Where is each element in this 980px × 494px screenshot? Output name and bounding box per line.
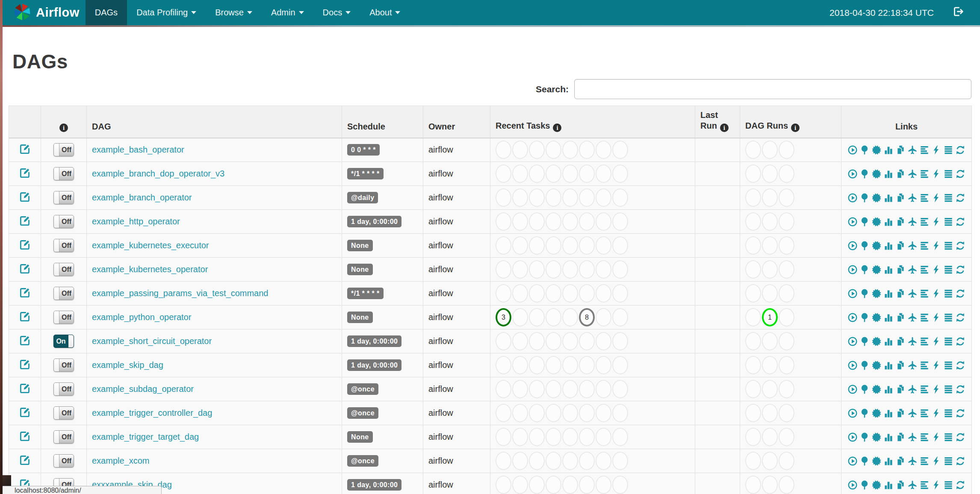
dag-run-state-circle[interactable]	[745, 236, 761, 255]
task-state-circle[interactable]	[529, 380, 545, 398]
dag-pause-toggle[interactable]: On	[53, 335, 74, 348]
dag-name-link[interactable]: example_bash_operator	[92, 145, 184, 154]
schedule-badge[interactable]: 1 day, 0:00:00	[347, 479, 401, 491]
duration-icon[interactable]	[883, 480, 894, 490]
task-state-circle[interactable]	[562, 260, 578, 279]
details-icon[interactable]	[943, 408, 953, 418]
task-state-circle[interactable]	[562, 428, 578, 446]
logout-button[interactable]	[953, 6, 964, 19]
refresh-icon[interactable]	[955, 265, 965, 275]
task-state-circle[interactable]	[612, 188, 628, 207]
tree-icon[interactable]	[859, 336, 870, 347]
edit-dag-button[interactable]	[19, 167, 31, 181]
play-circle-icon[interactable]	[847, 169, 858, 179]
tree-icon[interactable]	[859, 432, 870, 442]
play-circle-icon[interactable]	[847, 432, 858, 442]
refresh-icon[interactable]	[955, 384, 965, 394]
task-state-circle[interactable]	[596, 212, 611, 231]
tree-icon[interactable]	[859, 360, 870, 370]
bolt-icon[interactable]	[931, 360, 942, 370]
task-state-circle[interactable]	[562, 236, 578, 255]
task-state-circle[interactable]	[496, 165, 511, 183]
details-icon[interactable]	[943, 169, 953, 179]
tree-icon[interactable]	[859, 193, 870, 203]
task-state-circle[interactable]	[612, 212, 628, 231]
bolt-icon[interactable]	[931, 217, 942, 227]
dag-run-state-circle[interactable]	[762, 165, 778, 183]
edit-dag-button[interactable]	[19, 311, 31, 324]
task-state-circle[interactable]	[562, 284, 578, 303]
graph-icon[interactable]	[871, 169, 882, 179]
dag-name-link[interactable]: example_branch_operator	[92, 193, 192, 202]
refresh-icon[interactable]	[955, 360, 965, 370]
task-state-circle[interactable]	[546, 212, 561, 231]
task-state-circle[interactable]	[529, 308, 545, 326]
task-state-circle[interactable]	[596, 165, 611, 183]
bolt-icon[interactable]	[931, 336, 942, 347]
dag-run-state-circle[interactable]	[745, 284, 761, 303]
task-state-circle[interactable]	[529, 404, 545, 422]
dag-name-link[interactable]: example_branch_dop_operator_v3	[92, 169, 224, 178]
bolt-icon[interactable]	[931, 480, 942, 490]
dag-run-state-circle[interactable]	[745, 356, 761, 374]
task-state-circle[interactable]	[529, 332, 545, 350]
task-state-circle[interactable]	[579, 165, 595, 183]
landing-times-icon[interactable]	[907, 217, 918, 227]
graph-icon[interactable]	[871, 265, 882, 275]
details-icon[interactable]	[943, 193, 953, 203]
schedule-badge[interactable]: None	[347, 312, 373, 323]
dag-run-state-circle[interactable]	[762, 284, 778, 303]
refresh-icon[interactable]	[955, 408, 965, 418]
task-state-circle[interactable]	[579, 212, 595, 231]
bolt-icon[interactable]	[931, 384, 942, 394]
landing-times-icon[interactable]	[907, 145, 918, 155]
details-icon[interactable]	[943, 241, 953, 251]
nav-item-admin[interactable]: Admin	[262, 0, 313, 25]
edit-dag-button[interactable]	[19, 239, 31, 253]
landing-times-icon[interactable]	[907, 169, 918, 179]
details-icon[interactable]	[943, 145, 953, 155]
landing-times-icon[interactable]	[907, 265, 918, 275]
details-icon[interactable]	[943, 336, 953, 347]
task-state-circle[interactable]	[596, 404, 611, 422]
bolt-icon[interactable]	[931, 169, 942, 179]
task-state-circle[interactable]	[596, 284, 611, 303]
gantt-icon[interactable]	[919, 360, 930, 370]
dag-name-link[interactable]: example_kubernetes_executor	[92, 241, 209, 250]
task-state-circle[interactable]	[496, 188, 511, 207]
refresh-icon[interactable]	[955, 169, 965, 179]
refresh-icon[interactable]	[955, 217, 965, 227]
gantt-icon[interactable]	[919, 288, 930, 299]
dag-run-state-circle[interactable]	[745, 212, 761, 231]
duration-icon[interactable]	[883, 432, 894, 442]
dag-run-state-circle[interactable]	[762, 428, 778, 446]
dag-name-link[interactable]: example_short_circuit_operator	[92, 336, 212, 346]
bolt-icon[interactable]	[931, 288, 942, 299]
dag-pause-toggle[interactable]: Off	[53, 454, 74, 468]
play-circle-icon[interactable]	[847, 145, 858, 155]
play-circle-icon[interactable]	[847, 312, 858, 323]
task-state-circle[interactable]	[529, 284, 545, 303]
task-state-circle[interactable]	[562, 404, 578, 422]
dag-run-state-circle[interactable]	[745, 452, 761, 470]
play-circle-icon[interactable]	[847, 241, 858, 251]
tree-icon[interactable]	[859, 169, 870, 179]
task-state-circle[interactable]	[496, 476, 511, 494]
refresh-icon[interactable]	[955, 193, 965, 203]
task-state-circle[interactable]	[496, 452, 511, 470]
duration-icon[interactable]	[883, 456, 894, 466]
task-state-circle[interactable]	[612, 452, 628, 470]
graph-icon[interactable]	[871, 217, 882, 227]
refresh-icon[interactable]	[955, 432, 965, 442]
graph-icon[interactable]	[871, 288, 882, 299]
dag-name-link[interactable]: example_http_operator	[92, 217, 180, 226]
play-circle-icon[interactable]	[847, 288, 858, 299]
task-state-circle[interactable]	[546, 308, 561, 326]
task-state-circle[interactable]	[546, 428, 561, 446]
dag-run-state-circle[interactable]	[762, 452, 778, 470]
task-state-circle[interactable]	[546, 332, 561, 350]
graph-icon[interactable]	[871, 432, 882, 442]
gantt-icon[interactable]	[919, 217, 930, 227]
task-state-circle[interactable]	[579, 380, 595, 398]
duration-icon[interactable]	[883, 217, 894, 227]
